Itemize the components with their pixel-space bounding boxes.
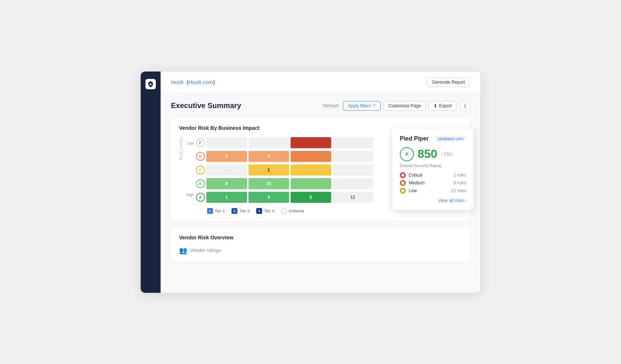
apply-filters-button[interactable]: Apply filters ▽	[343, 101, 381, 111]
vendor-ratings-row: 👥 Vendor ratings	[179, 246, 462, 254]
bar-tier2-b[interactable]: 10	[248, 178, 289, 189]
info-button[interactable]: ℹ	[460, 101, 470, 111]
bar-tier3-d[interactable]	[291, 151, 331, 162]
level-label-high: High	[186, 193, 194, 197]
grade-b: B	[196, 179, 205, 188]
vendor-risk-overview-title: Vendor Risk Overview	[179, 235, 462, 240]
chevron-right-icon: ›	[465, 198, 466, 203]
untiered-icon: –	[281, 208, 287, 214]
tier2-label: Tier 2	[239, 209, 250, 213]
bar-tier2-c[interactable]: 1	[248, 164, 289, 176]
risk-item-critical: ! Critical 2 risks	[400, 172, 466, 178]
company-url[interactable]: Hooli.com	[189, 79, 213, 85]
score-number: 850	[418, 147, 437, 161]
sidebar-logo	[145, 79, 156, 89]
low-dot: !	[400, 188, 406, 194]
legend-tier2: 2 Tier 2	[231, 208, 250, 214]
bar-tier1-d[interactable]: 3	[206, 151, 247, 162]
tier3-label: Tier 3	[264, 209, 274, 213]
bar-untiered-d[interactable]	[333, 151, 373, 162]
bar-tier2-d[interactable]: 2	[248, 151, 289, 162]
bar-tier1-f[interactable]: -	[206, 137, 247, 148]
main-content: Hooli (Hooli.com) Generate Report Execut…	[161, 72, 480, 293]
header: Hooli (Hooli.com) Generate Report	[161, 72, 480, 93]
risk-list: ! Critical 2 risks ! Medium 8 risks	[400, 172, 466, 194]
score-grade-circle: A	[400, 147, 414, 161]
bar-tier2-f[interactable]: -	[248, 137, 289, 148]
tier1-badge: 1	[207, 208, 213, 214]
customize-page-button[interactable]: Customize Page	[384, 101, 426, 111]
critical-dot: !	[400, 172, 406, 178]
bar-untiered-b[interactable]	[333, 178, 373, 189]
view-all-risks-link[interactable]: View all risks ›	[400, 198, 466, 203]
low-label: Low	[409, 188, 433, 193]
medium-dot: !	[400, 180, 406, 186]
popup-domain-badge[interactable]: piedpiper.com	[435, 136, 467, 142]
bar-tier2-a[interactable]: 3	[248, 192, 289, 203]
vendor-ratings-icon: 👥	[179, 246, 187, 254]
app-window: Hooli (Hooli.com) Generate Report Execut…	[141, 72, 480, 293]
sidebar	[141, 72, 161, 293]
untiered-label: Untiered	[289, 209, 304, 213]
medium-count: 8 risks	[453, 180, 466, 186]
vendor-popup: Pied Piper piedpiper.com A 850 / 950 Ove…	[392, 129, 474, 210]
grade-a: A	[196, 193, 205, 202]
company-name: Hooli	[171, 79, 183, 85]
popup-vendor-name: Pied Piper	[400, 135, 429, 142]
bar-untiered-c[interactable]	[333, 164, 373, 176]
bar-tier3-a[interactable]: 5	[291, 192, 331, 203]
toolbar-actions: Refresh Apply filters ▽ Customize Page ⬇…	[323, 101, 470, 111]
filter-icon: ▽	[373, 103, 376, 108]
grade-d: D	[196, 152, 205, 161]
bar-tier1-c[interactable]: -	[206, 164, 247, 176]
bar-tier3-b[interactable]	[291, 178, 331, 189]
risk-item-medium: ! Medium 8 risks	[400, 180, 466, 186]
popup-score-row: A 850 / 950	[400, 147, 466, 161]
tier2-badge: 2	[231, 208, 237, 214]
bar-tier3-f[interactable]	[291, 137, 331, 148]
bar-tier1-a[interactable]: 1	[206, 192, 247, 203]
grade-f: F	[196, 138, 205, 147]
vendor-risk-overview-card: Vendor Risk Overview 👥 Vendor ratings	[171, 227, 470, 262]
svg-text:!: !	[402, 189, 403, 193]
medium-label: Medium	[409, 180, 433, 186]
legend-tier1: 1 Tier 1	[207, 208, 225, 214]
page-title: Executive Summary	[171, 101, 241, 110]
export-icon: ⬇	[433, 103, 437, 108]
legend-tier3: 3 Tier 3	[256, 208, 274, 214]
company-info: Hooli (Hooli.com)	[171, 79, 215, 85]
level-label-low: Low	[187, 141, 193, 145]
critical-count: 2 risks	[453, 173, 466, 178]
risk-item-low: ! Low 12 risks	[400, 188, 466, 194]
score-max: / 950	[441, 151, 452, 157]
grade-c: C	[196, 166, 205, 174]
critical-label: Critical	[409, 173, 433, 178]
tier3-badge: 3	[256, 208, 262, 214]
svg-text:!: !	[402, 174, 403, 177]
generate-report-button[interactable]: Generate Report	[427, 77, 470, 87]
bar-tier3-c[interactable]	[291, 164, 331, 176]
vendor-ratings-label: Vendor ratings	[190, 247, 221, 253]
popup-header: Pied Piper piedpiper.com	[400, 135, 466, 142]
svg-text:!: !	[402, 181, 403, 185]
tier1-label: Tier 1	[215, 209, 225, 213]
export-button[interactable]: ⬇ Export	[429, 101, 457, 111]
bar-untiered-f[interactable]	[333, 137, 373, 148]
bar-tier1-b[interactable]: 8	[206, 178, 247, 189]
bar-untiered-a[interactable]: 11	[333, 192, 373, 203]
page-toolbar: Executive Summary Refresh Apply filters …	[171, 101, 470, 111]
overall-security-label: Overall Security Rating	[400, 163, 466, 168]
content-area: Executive Summary Refresh Apply filters …	[161, 93, 480, 293]
legend-untiered: – Untiered	[281, 208, 304, 214]
refresh-label: Refresh	[323, 103, 339, 108]
low-count: 12 risks	[451, 188, 466, 193]
svg-point-0	[150, 83, 152, 85]
y-axis-label: Risk Levels	[179, 137, 183, 160]
vendor-risk-chart-card: Vendor Risk By Business Impact Risk Leve…	[171, 118, 470, 221]
